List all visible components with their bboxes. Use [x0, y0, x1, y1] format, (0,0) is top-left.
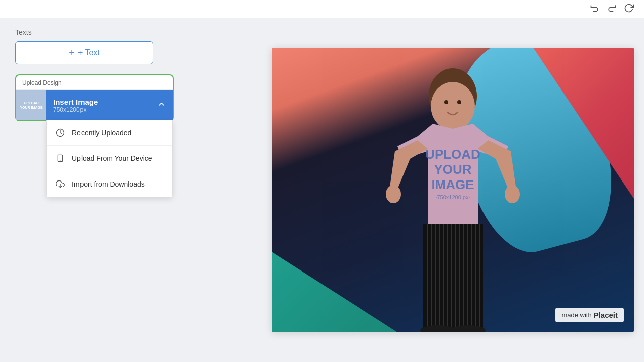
- dropdown-item-upload-device[interactable]: Upload From Your Device: [47, 146, 172, 171]
- svg-text:IMAGE: IMAGE: [431, 177, 474, 192]
- upload-device-label: Upload From Your Device: [72, 154, 152, 162]
- top-bar: [0, 0, 644, 18]
- plus-icon: +: [69, 47, 75, 59]
- insert-image-label: Insert Image: [53, 98, 98, 106]
- image-placeholder: UPLOAD YOUR IMAGE: [16, 90, 46, 120]
- image-placeholder-text: UPLOAD YOUR IMAGE: [19, 101, 43, 110]
- recently-uploaded-label: Recently Uploaded: [72, 129, 131, 137]
- insert-image-btn-text: Insert Image 750x1200px: [53, 98, 98, 113]
- import-downloads-label: Import from Downloads: [72, 180, 145, 188]
- add-text-button[interactable]: + + Text: [15, 41, 153, 64]
- clock-icon: [55, 127, 66, 138]
- svg-text:UPLOAD: UPLOAD: [425, 147, 480, 162]
- watermark: made with Placeit: [555, 308, 624, 322]
- svg-rect-1: [58, 155, 62, 161]
- svg-point-14: [505, 185, 520, 203]
- texts-section-label: Texts: [15, 28, 236, 36]
- left-panel: Texts + + Text Upload Design UPLOAD YOUR…: [0, 18, 252, 362]
- watermark-brand: Placeit: [594, 311, 618, 319]
- svg-text:YOUR: YOUR: [434, 162, 471, 177]
- mobile-icon: [55, 153, 66, 164]
- person-svg: UPLOAD YOUR IMAGE ·750x1200 px·: [367, 66, 538, 332]
- svg-point-5: [431, 82, 475, 130]
- main-image-area: UPLOAD YOUR IMAGE ·750x1200 px·: [262, 18, 644, 362]
- undo-button[interactable]: [590, 3, 600, 15]
- svg-text:·750x1200 px·: ·750x1200 px·: [435, 194, 470, 200]
- svg-point-7: [444, 100, 448, 104]
- dropdown-item-recently-uploaded[interactable]: Recently Uploaded: [47, 120, 172, 146]
- watermark-prefix: made with: [561, 311, 591, 319]
- upload-design-header-label: Upload Design: [16, 75, 173, 90]
- import-download-icon: [55, 178, 66, 190]
- refresh-button[interactable]: [624, 3, 634, 15]
- upload-design-card: Upload Design UPLOAD YOUR IMAGE Insert I…: [15, 74, 174, 121]
- svg-point-13: [386, 185, 401, 203]
- chevron-up-icon: [157, 100, 166, 111]
- mockup-image: UPLOAD YOUR IMAGE ·750x1200 px·: [272, 48, 634, 332]
- svg-point-8: [457, 100, 461, 104]
- add-text-label: + Text: [78, 48, 100, 57]
- insert-image-button[interactable]: Insert Image 750x1200px: [46, 90, 173, 120]
- insert-image-dropdown: Recently Uploaded Upload From Your Devic…: [46, 120, 173, 197]
- insert-image-size: 750x1200px: [53, 106, 86, 113]
- dropdown-item-import-downloads[interactable]: Import from Downloads: [47, 171, 172, 197]
- redo-button[interactable]: [607, 3, 617, 15]
- upload-design-body: UPLOAD YOUR IMAGE Insert Image 750x1200p…: [16, 90, 173, 120]
